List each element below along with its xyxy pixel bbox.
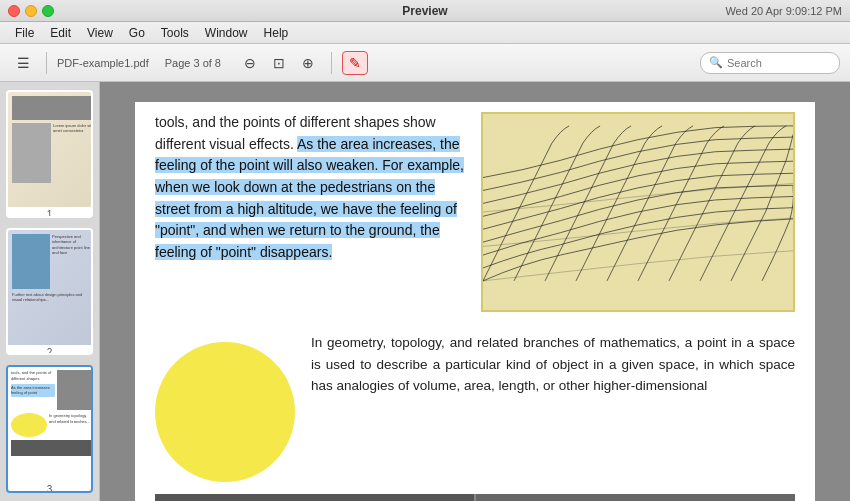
menu-edit[interactable]: Edit — [43, 24, 78, 42]
thumb-number-1: 1 — [8, 209, 91, 218]
zoom-fit-button[interactable]: ⊡ — [266, 51, 292, 75]
toolbar-left: ☰ — [10, 51, 36, 75]
geometry-text: In geometry, topology, and related branc… — [311, 332, 795, 482]
pdf-page-info: Page 3 of 8 — [165, 57, 221, 69]
thumbnail-2[interactable]: Perspective and inheritance of architect… — [6, 228, 93, 356]
pdf-page: tools, and the points of different shape… — [135, 102, 815, 501]
pdf-content-area[interactable]: tools, and the points of different shape… — [100, 82, 850, 501]
search-input[interactable] — [727, 57, 831, 69]
zoom-controls: ⊖ ⊡ ⊕ — [237, 51, 321, 75]
thumb-number-3: 3 — [8, 484, 91, 493]
right-column — [481, 112, 795, 320]
thumb-number-2: 2 — [8, 347, 91, 356]
highlighted-text[interactable]: As the area increases, the feeling of th… — [155, 136, 464, 260]
separator-1 — [46, 52, 47, 74]
search-icon: 🔍 — [709, 56, 723, 69]
menu-go[interactable]: Go — [122, 24, 152, 42]
geometry-text-content: In geometry, topology, and related branc… — [311, 335, 795, 393]
fullscreen-button[interactable] — [42, 5, 54, 17]
left-column: tools, and the points of different shape… — [155, 112, 465, 320]
app-name: Preview — [402, 4, 447, 18]
thumb-img-2: Perspective and inheritance of architect… — [8, 230, 93, 345]
toolbar: ☰ PDF-example1.pdf Page 3 of 8 ⊖ ⊡ ⊕ ✎ 🔍 — [0, 44, 850, 82]
title-bar: Preview Wed 20 Apr 9:09:12 PM — [0, 0, 850, 22]
title-bar-right: Wed 20 Apr 9:09:12 PM — [725, 5, 842, 17]
zoom-out-button[interactable]: ⊖ — [237, 51, 263, 75]
bottom-section: In geometry, topology, and related branc… — [155, 332, 795, 482]
bottom-image-strip — [155, 494, 795, 501]
yellow-circle-decoration — [155, 342, 295, 482]
separator-2 — [331, 52, 332, 74]
window-title: Preview — [402, 4, 447, 18]
traffic-lights — [8, 5, 54, 17]
pdf-filename: PDF-example1.pdf — [57, 57, 149, 69]
menu-window[interactable]: Window — [198, 24, 255, 42]
wave-svg — [483, 114, 793, 310]
search-box[interactable]: 🔍 — [700, 52, 840, 74]
page-content: tools, and the points of different shape… — [135, 102, 815, 501]
menu-file[interactable]: File — [8, 24, 41, 42]
strip-image-1 — [155, 494, 474, 501]
wave-image — [481, 112, 795, 312]
markup-button[interactable]: ✎ — [342, 51, 368, 75]
clock: Wed 20 Apr 9:09:12 PM — [725, 5, 842, 17]
sidebar-toggle-button[interactable]: ☰ — [10, 51, 36, 75]
menu-tools[interactable]: Tools — [154, 24, 196, 42]
menu-bar: File Edit View Go Tools Window Help — [0, 22, 850, 44]
close-button[interactable] — [8, 5, 20, 17]
menu-view[interactable]: View — [80, 24, 120, 42]
minimize-button[interactable] — [25, 5, 37, 17]
zoom-in-button[interactable]: ⊕ — [295, 51, 321, 75]
strip-image-2 — [476, 494, 795, 501]
top-row: tools, and the points of different shape… — [155, 112, 795, 320]
page-text: tools, and the points of different shape… — [155, 112, 465, 264]
thumbnail-sidebar: Lorem ipsum dolor sit amet consectetur 1… — [0, 82, 100, 501]
main-layout: Lorem ipsum dolor sit amet consectetur 1… — [0, 82, 850, 501]
thumb-img-1: Lorem ipsum dolor sit amet consectetur — [8, 92, 93, 207]
menu-help[interactable]: Help — [257, 24, 296, 42]
thumb-img-3: tools, and the points of different shape… — [8, 367, 93, 482]
thumbnail-1[interactable]: Lorem ipsum dolor sit amet consectetur 1 — [6, 90, 93, 218]
thumbnail-3[interactable]: tools, and the points of different shape… — [6, 365, 93, 493]
